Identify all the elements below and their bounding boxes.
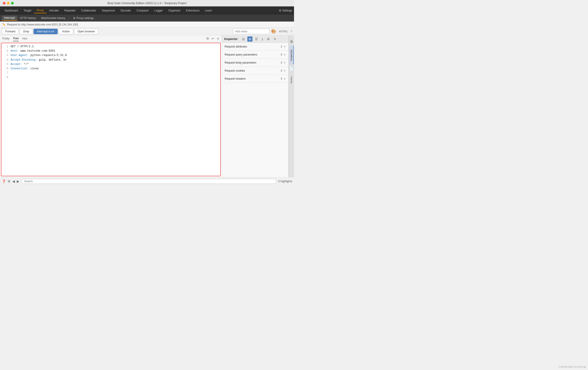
nav-item-repeater[interactable]: Repeater <box>62 8 78 13</box>
side-tab-notes-icon[interactable]: 📄 <box>289 64 294 72</box>
menu-icon[interactable]: ≡ <box>217 36 219 41</box>
intercept-on-button[interactable]: Intercept is on <box>33 29 58 34</box>
nav-item-decoder[interactable]: Decoder <box>118 8 134 13</box>
close-icon[interactable]: ✕ <box>273 37 277 41</box>
maximize-button[interactable] <box>11 2 14 5</box>
newline-icon[interactable]: ↵ <box>211 36 215 41</box>
window-title: Burp Suite Community Edition v2023.11.1.… <box>107 2 186 5</box>
back-icon[interactable]: ◀ <box>12 179 15 183</box>
settings-icon[interactable]: ⚙ <box>266 37 271 41</box>
code-line-5: 5Accept: */* <box>4 62 218 67</box>
code-line-1: 1GET / HTTP/1.1 <box>4 44 218 49</box>
settings-bottom-icon[interactable]: ⚙ <box>8 179 10 183</box>
proxy-settings-button[interactable]: ⚙ Proxy settings <box>71 16 95 21</box>
chevron-down-icon: ▾ <box>284 61 285 64</box>
sub-nav: Intercept HTTP history WebSockets histor… <box>0 15 294 21</box>
editor-panel: Pretty Raw Hex ⧉ ↵ ≡ 1GET / HTTP/1.12Hos… <box>0 35 222 177</box>
code-line-2: 2Host: www.testcode.com:9201 <box>4 49 218 53</box>
tab-raw[interactable]: Raw <box>13 36 19 41</box>
nav-item-comparer[interactable]: Comparer <box>134 8 151 13</box>
bottom-bar: ❓ ⚙ ◀ ▶ 0 highlights <box>0 177 294 185</box>
code-editor[interactable]: 1GET / HTTP/1.12Host: www.testcode.com:9… <box>1 43 221 176</box>
side-tabs: ⚙ Inspector 📄 Notes <box>288 35 294 177</box>
inspector-body-parameters[interactable]: Request body parameters 0 ▾ <box>222 59 288 67</box>
sub-nav-divider: | <box>68 16 71 20</box>
minimize-button[interactable] <box>7 2 10 5</box>
list-view-icon[interactable]: ⊟ <box>241 37 246 41</box>
nav-item-extensions[interactable]: Extensions <box>183 8 202 13</box>
code-line-6: 6Connection: close <box>4 67 218 71</box>
inspector-panel: Inspector ⊟ ⊞ ☰ ⫿ ⚙ ✕ Request attributes… <box>222 35 288 177</box>
forward-button[interactable]: Forward <box>2 29 19 34</box>
inspector-header: Inspector ⊟ ⊞ ☰ ⫿ ⚙ ✕ <box>222 35 288 43</box>
code-line-3: 3User-Agent: python-requests/2.31.0 <box>4 53 218 58</box>
open-browser-button[interactable]: Open browser <box>74 29 98 34</box>
align-icon[interactable]: ☰ <box>254 37 259 41</box>
nav-item-proxy[interactable]: Proxy <box>34 8 47 13</box>
code-line-8: 8 <box>4 75 218 80</box>
inspector-query-parameters[interactable]: Request query parameters 0 ▾ <box>222 51 288 59</box>
gear-icon-small: ⚙ <box>73 17 75 20</box>
color-picker-icon[interactable]: 🎨 <box>271 29 276 34</box>
main-nav: Dashboard Target Proxy Intruder Repeater… <box>0 6 294 15</box>
chevron-down-icon: ▾ <box>284 77 285 80</box>
copy-icon[interactable]: ⧉ <box>206 36 209 41</box>
editor-toolbar-right: ⧉ ↵ ≡ <box>206 36 219 41</box>
side-tab-inspector[interactable]: Inspector <box>289 46 294 64</box>
gear-icon: ⚙ <box>279 9 281 12</box>
code-line-4: 4Accept-Encoding: gzip, deflate, br <box>4 58 218 62</box>
nav-item-learn[interactable]: Learn <box>202 8 215 13</box>
window-controls <box>3 2 14 5</box>
tab-hex[interactable]: Hex <box>22 36 27 41</box>
action-button[interactable]: Action <box>59 29 73 34</box>
nav-item-organizer[interactable]: Organizer <box>166 8 183 13</box>
settings-button[interactable]: ⚙ Settings <box>279 9 292 12</box>
http-version-badge: HTTP/1 <box>277 30 289 33</box>
inspector-cookies[interactable]: Request cookies 0 ▾ <box>222 67 288 75</box>
inspector-title: Inspector <box>224 37 238 41</box>
nav-item-intruder[interactable]: Intruder <box>47 8 62 13</box>
content-area: Pretty Raw Hex ⧉ ↵ ≡ 1GET / HTTP/1.12Hos… <box>0 35 294 177</box>
nav-item-target[interactable]: Target <box>21 8 34 13</box>
code-line-7: 7 <box>4 71 218 75</box>
chevron-down-icon: ▾ <box>284 45 285 48</box>
side-tab-settings-icon[interactable]: ⚙ <box>290 38 293 46</box>
forward-icon[interactable]: ▶ <box>17 179 19 183</box>
help-bottom-icon[interactable]: ❓ <box>2 179 6 183</box>
columns-icon[interactable]: ⫿ <box>261 37 264 41</box>
editor-tabs: Pretty Raw Hex ⧉ ↵ ≡ <box>0 35 222 42</box>
chevron-down-icon: ▾ <box>284 69 285 72</box>
add-notes-area: 🎨 HTTP/1 ? <box>233 29 292 34</box>
close-button[interactable] <box>3 2 6 5</box>
side-tab-notes[interactable]: Notes <box>289 72 294 87</box>
add-notes-input[interactable] <box>233 29 270 34</box>
tab-pretty[interactable]: Pretty <box>2 36 10 41</box>
search-input[interactable] <box>21 179 276 184</box>
inspector-request-attributes[interactable]: Request attributes 2 ▾ <box>222 43 288 51</box>
title-bar: Burp Suite Community Edition v2023.11.1.… <box>0 0 294 6</box>
request-url: Request to http://www.testcode.com:9201 … <box>7 23 78 26</box>
nav-item-logger[interactable]: Logger <box>152 8 166 13</box>
help-icon[interactable]: ? <box>290 30 292 33</box>
chevron-down-icon: ▾ <box>284 53 285 56</box>
nav-item-collaborator[interactable]: Collaborator <box>79 8 99 13</box>
toolbar: Forward Drop Intercept is on Action Open… <box>0 28 294 35</box>
drop-button[interactable]: Drop <box>20 29 33 34</box>
sub-nav-http-history[interactable]: HTTP history <box>18 16 38 21</box>
nav-item-sequencer[interactable]: Sequencer <box>99 8 118 13</box>
sub-nav-intercept[interactable]: Intercept <box>2 16 17 21</box>
inspector-headers[interactable]: Request headers 5 ▾ <box>222 75 288 83</box>
grid-view-icon[interactable]: ⊞ <box>247 37 252 41</box>
pencil-icon: ✏️ <box>2 23 6 26</box>
request-bar: ✏️ Request to http://www.testcode.com:92… <box>0 21 294 28</box>
highlights-badge: 0 highlights <box>278 180 292 183</box>
sub-nav-websockets-history[interactable]: WebSockets history <box>39 16 68 21</box>
nav-item-dashboard[interactable]: Dashboard <box>2 8 21 13</box>
